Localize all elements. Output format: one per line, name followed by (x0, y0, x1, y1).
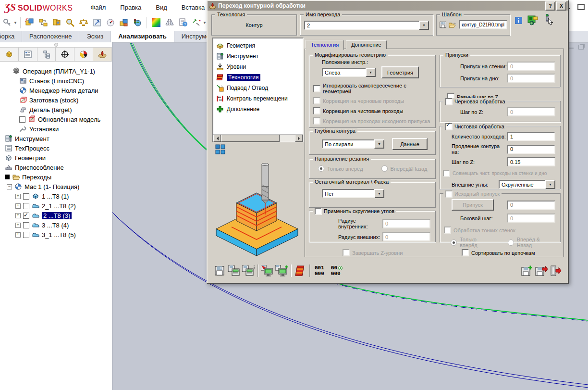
nav-item-addition[interactable]: Дополнение (213, 104, 303, 114)
tab-dimxpert-icon[interactable] (56, 48, 74, 61)
save-add-icon[interactable] (521, 264, 533, 277)
tab-evaluate[interactable]: Анализировать (111, 31, 174, 42)
tree-item-fixture[interactable]: Приспособление (3, 163, 112, 172)
hole-alignment-icon[interactable] (50, 16, 63, 29)
checkbox[interactable] (315, 208, 322, 215)
tree-item-techprocess[interactable]: ТехПроцесс (3, 143, 112, 153)
tree-item-mac1[interactable]: Мас 1 (1- Позиция) (3, 182, 112, 191)
toolpath-layers-icon[interactable] (294, 264, 306, 277)
expand-icon[interactable] (15, 203, 21, 209)
tab-layout[interactable]: Расположение (22, 31, 79, 42)
doc-restore-icon[interactable] (578, 45, 584, 50)
compare-document-icon[interactable]: ? (177, 16, 189, 29)
tree-item-op3[interactable]: 3 ...T8 (4) (3, 220, 112, 230)
save-run-icon[interactable] (535, 264, 548, 277)
finish-compensation-row[interactable]: Коррекция на чистовые проходы (313, 107, 431, 114)
chevron-down-icon[interactable]: ▼ (13, 21, 17, 25)
tree-item-setups[interactable]: Установки (3, 124, 112, 134)
mass-properties-icon[interactable] (77, 16, 90, 29)
scrollbar-thumb[interactable] (221, 135, 280, 142)
collapse-icon[interactable] (7, 184, 12, 189)
info-icon[interactable] (515, 17, 522, 24)
key-icon[interactable] (1, 16, 13, 29)
passes-field[interactable]: 1 (507, 132, 555, 141)
nav-horizontal-scrollbar[interactable] (213, 134, 303, 141)
tree-item-op1[interactable]: 1 ...T8 (1) (3, 191, 112, 201)
clearance-check-icon[interactable] (37, 16, 49, 29)
menu-view[interactable]: Вид (148, 4, 174, 11)
maximize-icon[interactable] (576, 2, 586, 12)
menu-edit[interactable]: Правка (113, 4, 148, 11)
tree-item-updated-model[interactable]: Обновлённая модель (3, 114, 112, 124)
checkbox[interactable] (445, 123, 453, 130)
layout-squares-icon[interactable] (215, 144, 226, 155)
checkbox[interactable] (462, 249, 469, 256)
tree-item-op3-1[interactable]: 3_1 ...T8 (5) (3, 230, 112, 239)
checkbox[interactable] (23, 203, 29, 209)
tree-item-transitions[interactable]: Переходы (3, 172, 112, 182)
checkbox[interactable] (313, 85, 320, 92)
menu-file[interactable]: Файл (83, 4, 113, 11)
chevron-down-icon[interactable] (545, 180, 555, 189)
checkbox[interactable] (313, 107, 320, 114)
expand-icon[interactable] (15, 223, 21, 228)
template-name-field[interactable]: контур_D21R0.tmpl (459, 20, 507, 29)
save-calculate-all-icon[interactable] (242, 264, 255, 277)
tab-sketch[interactable]: Эскиз (79, 31, 111, 42)
data-button[interactable]: Данные (392, 138, 428, 150)
appearance-rainbow-icon[interactable] (150, 16, 162, 29)
stock-offset-field[interactable]: 0 (507, 201, 555, 210)
exit-icon[interactable] (550, 264, 562, 277)
checkbox[interactable] (445, 98, 453, 105)
nav-item-lead-in-out[interactable]: Подвод / Отвод (213, 83, 303, 93)
chevron-down-icon[interactable]: ▼ (203, 21, 207, 25)
nav-item-technology[interactable]: Технология (213, 72, 303, 83)
tree-item-operation[interactable]: Операция (ПЛИТА_Y1-1) (3, 66, 112, 76)
checkbox[interactable] (23, 213, 29, 219)
design-check-icon[interactable]: * (190, 16, 203, 29)
depth-mode-combo[interactable]: По спирали (322, 139, 384, 149)
expand-icon[interactable] (15, 194, 21, 199)
tab-property-manager-icon[interactable] (19, 48, 37, 61)
tree-item-zero-manager[interactable]: Менеджер Ноля детали (3, 86, 112, 95)
section-properties-icon[interactable] (91, 16, 103, 29)
chevron-down-icon[interactable] (374, 189, 384, 198)
save-calculate-icon[interactable] (228, 264, 240, 277)
measure-icon[interactable] (64, 16, 76, 29)
tree-item-tool[interactable]: Инструмент (3, 134, 112, 143)
performance-evaluation-icon[interactable] (104, 16, 117, 29)
checkbox[interactable] (23, 193, 29, 200)
tree-item-stock[interactable]: Заготовка (stock) (3, 95, 112, 105)
tool-position-combo[interactable]: Слева (322, 68, 376, 77)
tab-assembly[interactable]: борка (0, 31, 22, 42)
tab-feature-tree-icon[interactable] (0, 48, 19, 61)
help-button[interactable]: ? (545, 1, 555, 11)
gcode-g0-g00-button[interactable]: G0 G00 (331, 265, 343, 277)
panel-grip[interactable] (0, 42, 112, 47)
ignore-self-intersection-row[interactable]: Игнорировать самопересечение с геометрие… (313, 83, 431, 94)
expand-icon[interactable] (15, 232, 21, 238)
sort-chains-row[interactable]: Сортировать по цепочкам (462, 249, 535, 256)
tree-item-op2-selected[interactable]: 2 ...T8 (3) (3, 211, 112, 220)
gcode-g01-g00-button[interactable]: G01 G00 (315, 265, 324, 277)
checkbox[interactable] (23, 222, 29, 228)
nav-item-levels[interactable]: Уровни (213, 62, 303, 72)
tree-item-op2-1[interactable]: 2_1 ...T8 (2) (3, 201, 112, 211)
tab-solidcam-icon[interactable] (93, 48, 112, 61)
checkbox[interactable] (19, 116, 25, 123)
tree-item-target[interactable]: Деталь (target) (3, 105, 112, 114)
assembly-visualization-icon[interactable] (118, 16, 130, 29)
tab-configuration-icon[interactable] (37, 48, 56, 61)
nav-item-tool[interactable]: Инструмент (213, 51, 303, 62)
scrollbar-track[interactable] (280, 135, 295, 141)
open-template-icon[interactable] (449, 21, 456, 29)
scroll-right-icon[interactable] (295, 135, 303, 142)
symmetry-check-icon[interactable] (163, 16, 176, 29)
outer-corners-combo[interactable]: Скругленные (499, 180, 555, 189)
machine-simulation-icon[interactable] (527, 14, 539, 26)
tree-item-geometries[interactable]: Геометрии (3, 153, 112, 163)
chevron-down-icon[interactable] (419, 21, 429, 30)
tool-select-cursor-icon[interactable] (544, 14, 554, 26)
simulate-icon[interactable] (261, 264, 273, 277)
residual-combo[interactable]: Нет (322, 189, 384, 198)
